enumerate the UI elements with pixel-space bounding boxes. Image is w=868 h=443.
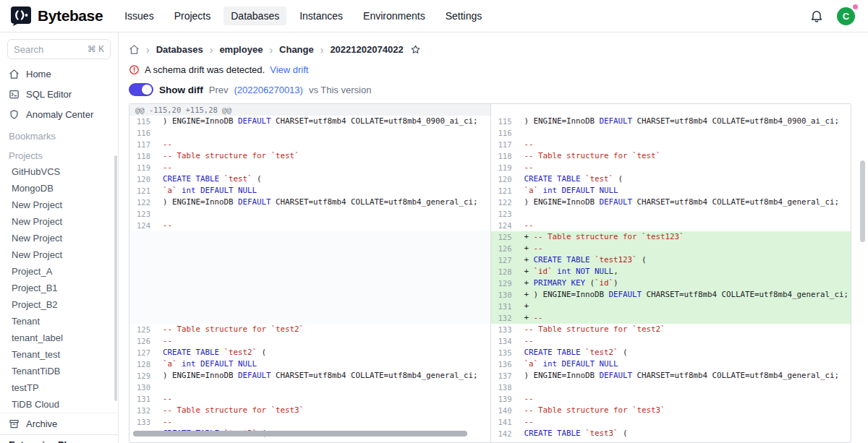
diff-context-line: 124--	[129, 220, 490, 231]
show-diff-toggle[interactable]	[129, 83, 153, 96]
diff-context-line: 120CREATE TABLE `test` (	[129, 173, 490, 185]
code-text	[519, 382, 524, 393]
code-text: CREATE TABLE `test2` (	[157, 347, 266, 358]
diff-context-line: 121 `a` int DEFAULT NULL	[491, 185, 851, 197]
diff-gap-line	[129, 243, 490, 254]
nav-item-instances[interactable]: Instances	[292, 7, 350, 25]
sidebar-project-item[interactable]: New Project	[0, 213, 118, 230]
sidebar-item-sql-editor[interactable]: SQL Editor	[0, 84, 118, 104]
drift-alert: A schema drift was detected. View drift	[129, 63, 868, 76]
breadcrumb: ›Databases›employee›Change›2022120207402…	[129, 43, 868, 56]
diff-gap-line	[129, 278, 490, 289]
nav-item-projects[interactable]: Projects	[167, 7, 218, 25]
anomaly-center-icon	[9, 109, 20, 120]
main-content: ›Databases›employee›Change›2022120207402…	[119, 33, 868, 443]
avatar[interactable]: C	[837, 7, 855, 25]
sidebar-project-item[interactable]: MongoDB	[0, 180, 118, 197]
search-input[interactable]: Search ⌘ K	[7, 39, 111, 59]
sidebar-project-item[interactable]: New Project	[0, 230, 118, 246]
line-number	[491, 104, 519, 116]
code-text	[157, 127, 163, 139]
bookmark-star-icon[interactable]	[410, 44, 421, 55]
nav-item-databases[interactable]: Databases	[224, 7, 286, 25]
sidebar-project-item[interactable]: Tenant_test	[0, 346, 118, 363]
breadcrumb-item[interactable]: Change	[279, 44, 314, 55]
home-icon	[9, 69, 20, 79]
line-number: 128	[129, 358, 157, 370]
sidebar-section-bookmarks[interactable]: Bookmarks	[0, 124, 118, 144]
nav-item-settings[interactable]: Settings	[438, 7, 490, 25]
code-text: + --	[519, 243, 543, 254]
line-number: 122	[491, 197, 519, 208]
line-number: 141	[491, 416, 519, 428]
sidebar-project-item[interactable]: testTP	[0, 379, 118, 396]
sidebar-scrollbar[interactable]	[114, 155, 117, 401]
sidebar-project-item[interactable]: GitHubVCS	[0, 163, 118, 180]
sidebar-item-anomaly-center[interactable]: Anomaly Center	[0, 104, 118, 124]
line-number: 126	[491, 243, 519, 254]
code-text: -- Table structure for `test`	[157, 150, 299, 162]
breadcrumb-item[interactable]: employee	[219, 44, 263, 55]
sidebar-project-item[interactable]: TenantTiDB	[0, 363, 118, 379]
code-text: + PRIMARY KEY (`id`)	[519, 278, 618, 289]
code-text	[157, 312, 163, 324]
nav-item-issues[interactable]: Issues	[117, 7, 161, 25]
sidebar-item-home[interactable]: Home	[0, 64, 118, 84]
code-text: CREATE TABLE `test3` (	[519, 428, 628, 439]
avatar-initial[interactable]: C	[837, 7, 855, 25]
toggle-knob	[142, 85, 152, 95]
line-number: 142	[491, 428, 519, 439]
sidebar-project-item[interactable]: tenant_label	[0, 330, 118, 346]
prev-version-link[interactable]: (202206270013)	[234, 85, 302, 95]
diff-context-line: 115) ENGINE=InnoDB DEFAULT CHARSET=utf8m…	[129, 116, 490, 127]
code-text	[519, 208, 524, 220]
diff-context-line: 128 `a` int DEFAULT NULL	[129, 358, 490, 370]
code-text: -- Table structure for `test3`	[157, 405, 304, 416]
sidebar-project-item[interactable]: New Project	[0, 197, 118, 213]
horizontal-scrollbar[interactable]	[133, 431, 467, 436]
diff-context-line: 116	[129, 127, 490, 139]
sidebar-project-item[interactable]: Project_B2	[0, 296, 118, 313]
line-number: 133	[129, 416, 157, 428]
code-text: ) ENGINE=InnoDB DEFAULT CHARSET=utf8mb4 …	[519, 116, 840, 127]
sidebar-project-item[interactable]: Tenant	[0, 313, 118, 330]
code-text: ) ENGINE=InnoDB DEFAULT CHARSET=utf8mb4 …	[157, 197, 478, 208]
diff-pane-right: 115) ENGINE=InnoDB DEFAULT CHARSET=utf8m…	[490, 104, 851, 442]
line-number: 123	[129, 208, 157, 220]
sidebar-item-archive[interactable]: Archive	[0, 413, 118, 434]
diff-context-line: 138	[491, 382, 851, 393]
notification-dot	[853, 4, 858, 9]
code-text	[157, 254, 163, 266]
code-text: `a` int DEFAULT NULL	[519, 185, 618, 197]
breadcrumb-item[interactable]: 20221202074022	[330, 44, 403, 55]
diff-pane-left: @@ -115,20 +115,28 @@115) ENGINE=InnoDB …	[129, 104, 490, 442]
nav-item-environments[interactable]: Environments	[356, 7, 433, 25]
sidebar-item-label: SQL Editor	[26, 89, 72, 100]
line-number: 121	[129, 185, 157, 197]
vertical-scrollbar[interactable]	[860, 160, 865, 242]
sidebar-section-projects[interactable]: Projects	[0, 144, 118, 163]
breadcrumb-home-icon[interactable]	[129, 44, 140, 55]
code-text	[157, 231, 163, 243]
line-number	[129, 231, 157, 243]
code-text: --	[157, 416, 172, 428]
line-number: 140	[491, 405, 519, 416]
line-number: 125	[129, 324, 157, 335]
view-drift-link[interactable]: View drift	[270, 64, 308, 75]
sidebar-project-item[interactable]: New Project	[0, 246, 118, 263]
brand[interactable]: Bytebase	[10, 5, 103, 27]
diff-gap-line	[129, 266, 490, 278]
diff-context-line: 130	[129, 382, 490, 393]
sidebar-project-item[interactable]: Project_B1	[0, 280, 118, 296]
line-number: 115	[491, 116, 519, 127]
notifications-bell-icon[interactable]	[809, 9, 824, 23]
sidebar-project-item[interactable]: Project_A	[0, 263, 118, 280]
sidebar-project-item[interactable]: TiDB Cloud	[0, 396, 118, 413]
drift-alert-text: A schema drift was detected.	[145, 64, 265, 75]
diff-context-line: 118-- Table structure for `test`	[491, 150, 851, 162]
code-text: -- Table structure for `test3`	[519, 405, 665, 416]
breadcrumb-item[interactable]: Databases	[156, 44, 203, 55]
code-text: ) ENGINE=InnoDB DEFAULT CHARSET=utf8mb4 …	[157, 370, 478, 382]
code-text: --	[519, 220, 534, 231]
code-text: --	[519, 162, 534, 173]
